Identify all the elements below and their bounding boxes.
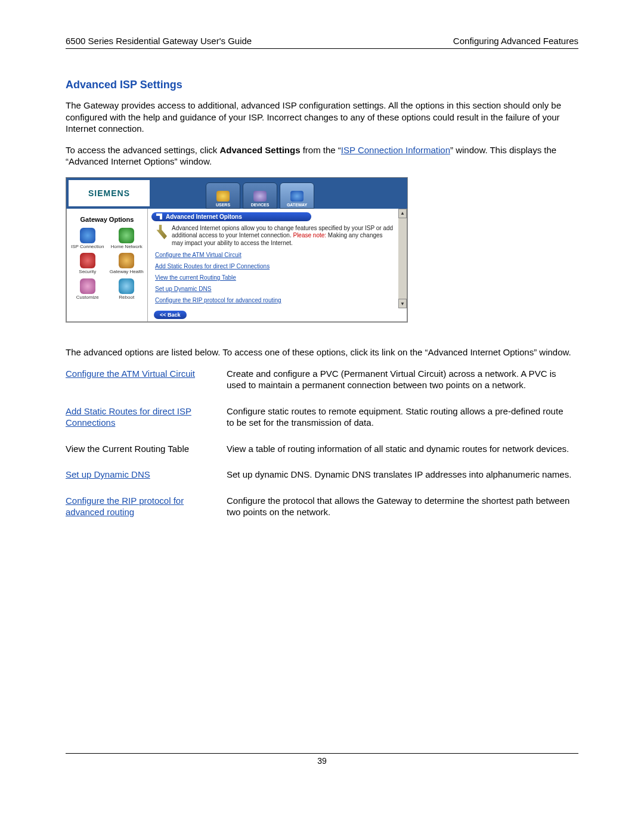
sidebar-item-label: Security bbox=[79, 270, 96, 275]
tab-users[interactable]: USERS bbox=[206, 182, 240, 209]
opt-link-rip[interactable]: Configure the RIP protocol for advanced … bbox=[66, 496, 184, 518]
panel-link-atm[interactable]: Configure the ATM Virtual Circuit bbox=[155, 252, 394, 258]
header-right: Configuring Advanced Features bbox=[453, 36, 578, 46]
scroll-track[interactable] bbox=[398, 218, 407, 299]
tab-devices[interactable]: DEVICES bbox=[243, 182, 277, 209]
intro-paragraph-1: The Gateway provides access to additiona… bbox=[66, 100, 578, 135]
ui-screenshot: SIEMENS USERS DEVICES GATEWAY Gateway Op… bbox=[66, 177, 408, 323]
page-number: 39 bbox=[66, 756, 578, 766]
ui-tabs: USERS DEVICES GATEWAY bbox=[152, 178, 407, 209]
tab-users-label: USERS bbox=[216, 203, 230, 207]
sidebar-item-label: Gateway Health bbox=[110, 270, 144, 275]
sidebar: Gateway Options ISP Connection Home Netw… bbox=[67, 209, 148, 322]
ui-body: Gateway Options ISP Connection Home Netw… bbox=[66, 209, 407, 323]
users-icon bbox=[216, 191, 230, 202]
opt-link-atm[interactable]: Configure the ATM Virtual Circuit bbox=[66, 368, 195, 379]
panel-title-text: Advanced Internet Opitons bbox=[166, 213, 242, 220]
sidebar-item-health[interactable]: Gateway Health bbox=[109, 253, 145, 275]
tab-devices-label: DEVICES bbox=[251, 203, 270, 207]
scroll-down-button[interactable]: ▼ bbox=[398, 299, 407, 308]
sidebar-item-label: Reboot bbox=[119, 295, 134, 301]
scroll-up-button[interactable]: ▲ bbox=[398, 209, 407, 218]
sidebar-item-label: Home Network bbox=[111, 244, 143, 250]
opt-desc: View a table of routing information of a… bbox=[227, 443, 578, 469]
scrollbar[interactable]: ▲ ▼ bbox=[398, 209, 407, 309]
panel-title-pill: Advanced Internet Opitons bbox=[151, 212, 311, 221]
opt-desc: Create and configure a PVC (Permanent Vi… bbox=[227, 368, 578, 405]
opt-desc: Configure the protocol that allows the G… bbox=[227, 495, 578, 532]
panel-desc-note: Please note: bbox=[293, 232, 326, 239]
p2-bold: Advanced Settings bbox=[219, 145, 300, 155]
sidebar-item-label: Customize bbox=[76, 295, 99, 301]
table-row: Configure the ATM Virtual Circuit Create… bbox=[66, 368, 578, 405]
wrench-icon bbox=[154, 225, 167, 240]
panel-links: Configure the ATM Virtual Circuit Add St… bbox=[151, 252, 397, 304]
panel-link-static[interactable]: Add Static Routes for direct IP Connecti… bbox=[155, 263, 394, 270]
table-row: Set up Dynamic DNS Set up dynamic DNS. D… bbox=[66, 469, 578, 495]
opt-link-dns[interactable]: Set up Dynamic DNS bbox=[66, 469, 150, 479]
header-left: 6500 Series Residential Gateway User's G… bbox=[66, 36, 252, 46]
sidebar-item-security[interactable]: Security bbox=[69, 253, 106, 275]
table-row: Configure the RIP protocol for advanced … bbox=[66, 495, 578, 532]
section-title: Advanced ISP Settings bbox=[66, 79, 578, 91]
home-network-icon bbox=[119, 228, 134, 243]
sidebar-item-home[interactable]: Home Network bbox=[109, 228, 145, 250]
opt-label-routing: View the Current Routing Table bbox=[66, 444, 189, 454]
isp-icon bbox=[80, 228, 95, 243]
panel-description: Advanced Internet opions allow you to ch… bbox=[154, 225, 395, 247]
reboot-icon bbox=[119, 278, 134, 294]
p2-pre: To access the advanced settings, click bbox=[66, 145, 219, 155]
gateway-icon bbox=[290, 191, 304, 202]
devices-icon bbox=[253, 191, 267, 202]
opt-link-static[interactable]: Add Static Routes for direct ISP Connect… bbox=[66, 406, 191, 428]
ui-main-panel: Advanced Internet Opitons Advanced Inter… bbox=[148, 209, 407, 322]
sidebar-item-isp[interactable]: ISP Connection bbox=[69, 228, 106, 250]
panel-glyph-icon bbox=[156, 213, 162, 219]
sidebar-item-reboot[interactable]: Reboot bbox=[109, 278, 145, 301]
back-button[interactable]: << Back bbox=[154, 311, 187, 319]
intro-paragraph-2: To access the advanced settings, click A… bbox=[66, 144, 578, 168]
header-rule bbox=[66, 48, 578, 49]
table-row: View the Current Routing Table View a ta… bbox=[66, 443, 578, 469]
tab-gateway-label: GATEWAY bbox=[287, 203, 307, 207]
sidebar-item-label: ISP Connection bbox=[71, 244, 104, 250]
panel-link-rip[interactable]: Configure the RIP protocol for advanced … bbox=[155, 297, 394, 304]
sidebar-item-customize[interactable]: Customize bbox=[69, 278, 106, 301]
ui-top-bar: SIEMENS USERS DEVICES GATEWAY bbox=[66, 178, 407, 209]
brand-logo: SIEMENS bbox=[69, 180, 150, 206]
p2-mid: from the “ bbox=[301, 145, 341, 155]
footer-rule bbox=[66, 753, 578, 754]
sidebar-title: Gateway Options bbox=[69, 216, 145, 223]
table-row: Add Static Routes for direct ISP Connect… bbox=[66, 405, 578, 443]
gateway-health-icon bbox=[119, 253, 134, 268]
opt-desc: Set up dynamic DNS. Dynamic DNS translat… bbox=[227, 469, 578, 495]
panel-link-dns[interactable]: Set up Dynamic DNS bbox=[155, 286, 394, 292]
below-ui-paragraph: The advanced options are listed below. T… bbox=[66, 346, 578, 358]
isp-connection-info-link[interactable]: ISP Connection Information bbox=[341, 145, 450, 155]
footer: 39 bbox=[66, 753, 578, 766]
options-table: Configure the ATM Virtual Circuit Create… bbox=[66, 368, 578, 532]
opt-desc: Configure static routes to remote equipm… bbox=[227, 405, 578, 443]
customize-icon bbox=[80, 278, 95, 294]
panel-link-routing[interactable]: View the current Routing Table bbox=[155, 274, 394, 281]
security-icon bbox=[80, 253, 95, 268]
tab-gateway[interactable]: GATEWAY bbox=[280, 182, 314, 209]
